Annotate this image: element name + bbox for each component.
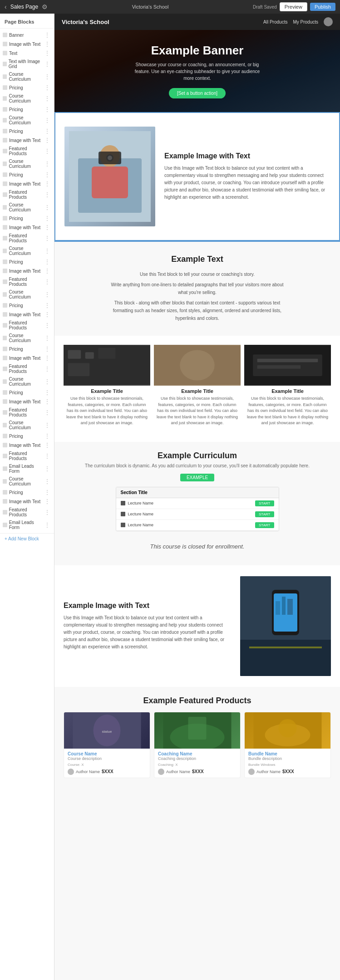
sidebar-item-32[interactable]: Course Curriculum ⋮	[0, 375, 54, 388]
sidebar-item-42[interactable]: Pricing ⋮	[0, 488, 54, 497]
sidebar-item-44[interactable]: Featured Products ⋮	[0, 506, 54, 519]
sidebar-item-menu-26[interactable]: ⋮	[44, 311, 50, 318]
sidebar-item-menu-43[interactable]: ⋮	[44, 498, 50, 505]
sidebar-item-34[interactable]: Image with Text ⋮	[0, 397, 54, 406]
sidebar-item-8[interactable]: Course Curriculum ⋮	[0, 114, 54, 127]
sidebar-item-menu-30[interactable]: ⋮	[44, 355, 50, 361]
sidebar-item-27[interactable]: Featured Products ⋮	[0, 319, 54, 332]
sidebar-item-menu-0[interactable]: ⋮	[44, 32, 50, 38]
sidebar-item-3[interactable]: Text with Image Grid ⋮	[0, 58, 54, 70]
sidebar-item-41[interactable]: Course Curriculum ⋮	[0, 475, 54, 488]
sidebar-item-menu-21[interactable]: ⋮	[44, 259, 50, 265]
sidebar-item-35[interactable]: Featured Products ⋮	[0, 406, 54, 419]
sidebar-item-menu-32[interactable]: ⋮	[44, 378, 50, 385]
sidebar-item-7[interactable]: Pricing ⋮	[0, 105, 54, 114]
sidebar-item-menu-10[interactable]: ⋮	[44, 137, 50, 143]
nav-all-products[interactable]: All Products	[263, 20, 287, 24]
sidebar-item-menu-36[interactable]: ⋮	[44, 422, 50, 428]
sidebar-item-menu-1[interactable]: ⋮	[44, 41, 50, 47]
sidebar-item-33[interactable]: Pricing ⋮	[0, 388, 54, 397]
sidebar-item-40[interactable]: Email Leads Form ⋮	[0, 462, 54, 475]
sidebar-item-14[interactable]: Image with Text ⋮	[0, 179, 54, 188]
avatar[interactable]	[324, 17, 333, 26]
sidebar-item-menu-39[interactable]: ⋮	[44, 453, 50, 459]
sidebar-item-menu-14[interactable]: ⋮	[44, 181, 50, 187]
sidebar-item-menu-42[interactable]: ⋮	[44, 489, 50, 495]
sidebar-item-menu-44[interactable]: ⋮	[44, 509, 50, 515]
sidebar-item-menu-3[interactable]: ⋮	[44, 61, 50, 67]
sidebar-item-menu-28[interactable]: ⋮	[44, 335, 50, 341]
sidebar-item-menu-24[interactable]: ⋮	[44, 291, 50, 298]
sidebar-item-menu-7[interactable]: ⋮	[44, 106, 50, 113]
sidebar-item-menu-41[interactable]: ⋮	[44, 478, 50, 485]
sidebar-item-28[interactable]: Course Curriculum ⋮	[0, 332, 54, 344]
preview-button[interactable]: Preview	[280, 2, 307, 11]
sidebar-item-menu-40[interactable]: ⋮	[44, 466, 50, 472]
sidebar-item-menu-37[interactable]: ⋮	[44, 433, 50, 439]
sidebar-item-38[interactable]: Image with Text ⋮	[0, 441, 54, 450]
sidebar-item-39[interactable]: Featured Products ⋮	[0, 450, 54, 462]
sidebar-item-6[interactable]: Course Curriculum ⋮	[0, 92, 54, 105]
lecture-start-button-3[interactable]: START	[255, 522, 274, 528]
sidebar-item-menu-33[interactable]: ⋮	[44, 389, 50, 396]
sidebar-item-menu-45[interactable]: ⋮	[44, 522, 50, 528]
sidebar-item-10[interactable]: Image with Text ⋮	[0, 136, 54, 145]
sidebar-item-menu-34[interactable]: ⋮	[44, 398, 50, 405]
sidebar-item-36[interactable]: Course Curriculum ⋮	[0, 419, 54, 431]
sidebar-item-29[interactable]: Pricing ⋮	[0, 344, 54, 353]
sidebar-item-menu-12[interactable]: ⋮	[44, 161, 50, 167]
sidebar-item-16[interactable]: Course Curriculum ⋮	[0, 201, 54, 214]
sidebar-item-20[interactable]: Course Curriculum ⋮	[0, 245, 54, 257]
sidebar-item-menu-9[interactable]: ⋮	[44, 128, 50, 134]
sidebar-item-menu-17[interactable]: ⋮	[44, 215, 50, 221]
sidebar-item-12[interactable]: Course Curriculum ⋮	[0, 157, 54, 170]
sidebar-item-menu-27[interactable]: ⋮	[44, 322, 50, 328]
sidebar-item-1[interactable]: Image with Text ⋮	[0, 39, 54, 49]
sidebar-item-menu-16[interactable]: ⋮	[44, 204, 50, 211]
sidebar-item-menu-35[interactable]: ⋮	[44, 409, 50, 416]
sidebar-item-menu-18[interactable]: ⋮	[44, 224, 50, 230]
lecture-start-button-2[interactable]: START	[255, 511, 274, 517]
sidebar-item-menu-6[interactable]: ⋮	[44, 95, 50, 102]
sidebar-item-menu-29[interactable]: ⋮	[44, 346, 50, 352]
sidebar-item-menu-2[interactable]: ⋮	[44, 50, 50, 56]
back-button[interactable]: ‹	[5, 3, 7, 10]
sidebar-item-15[interactable]: Featured Products ⋮	[0, 188, 54, 201]
nav-my-products[interactable]: My Products	[293, 20, 318, 24]
add-block-button[interactable]: + Add New Block	[0, 533, 54, 544]
sidebar-item-11[interactable]: Featured Products ⋮	[0, 145, 54, 157]
sidebar-item-menu-23[interactable]: ⋮	[44, 279, 50, 285]
sidebar-item-menu-25[interactable]: ⋮	[44, 302, 50, 309]
banner-cta-button[interactable]: [Set a button action]	[169, 88, 226, 98]
sidebar-item-45[interactable]: Email Leads Form ⋮	[0, 519, 54, 531]
sidebar-item-menu-22[interactable]: ⋮	[44, 268, 50, 274]
sidebar-item-18[interactable]: Image with Text ⋮	[0, 223, 54, 232]
sidebar-item-menu-38[interactable]: ⋮	[44, 442, 50, 448]
sidebar-item-30[interactable]: Image with Text ⋮	[0, 353, 54, 363]
sidebar-item-menu-13[interactable]: ⋮	[44, 172, 50, 178]
sidebar-item-37[interactable]: Pricing ⋮	[0, 431, 54, 441]
sidebar-item-31[interactable]: Featured Products ⋮	[0, 363, 54, 375]
gear-icon[interactable]: ⚙	[42, 3, 48, 10]
sidebar-item-menu-20[interactable]: ⋮	[44, 248, 50, 254]
sidebar-item-9[interactable]: Pricing ⋮	[0, 127, 54, 136]
lecture-start-button-1[interactable]: START	[255, 500, 274, 506]
sidebar-item-menu-15[interactable]: ⋮	[44, 191, 50, 198]
sidebar-item-23[interactable]: Featured Products ⋮	[0, 275, 54, 288]
sidebar-item-menu-11[interactable]: ⋮	[44, 148, 50, 154]
sidebar-item-4[interactable]: Course Curriculum ⋮	[0, 70, 54, 83]
sidebar-item-19[interactable]: Featured Products ⋮	[0, 232, 54, 245]
sidebar-item-menu-5[interactable]: ⋮	[44, 84, 50, 91]
sidebar-item-menu-31[interactable]: ⋮	[44, 366, 50, 372]
sidebar-item-0[interactable]: Banner ⋮	[0, 30, 54, 39]
sidebar-item-menu-4[interactable]: ⋮	[44, 74, 50, 80]
sidebar-item-17[interactable]: Pricing ⋮	[0, 214, 54, 223]
sidebar-item-43[interactable]: Image with Text ⋮	[0, 497, 54, 506]
sidebar-item-menu-19[interactable]: ⋮	[44, 235, 50, 241]
sidebar-item-menu-8[interactable]: ⋮	[44, 117, 50, 123]
sidebar-item-5[interactable]: Pricing ⋮	[0, 83, 54, 92]
sidebar-item-2[interactable]: Text ⋮	[0, 49, 54, 58]
sidebar-item-24[interactable]: Course Curriculum ⋮	[0, 288, 54, 301]
sidebar-item-13[interactable]: Pricing ⋮	[0, 170, 54, 179]
sidebar-item-22[interactable]: Image with Text ⋮	[0, 266, 54, 275]
